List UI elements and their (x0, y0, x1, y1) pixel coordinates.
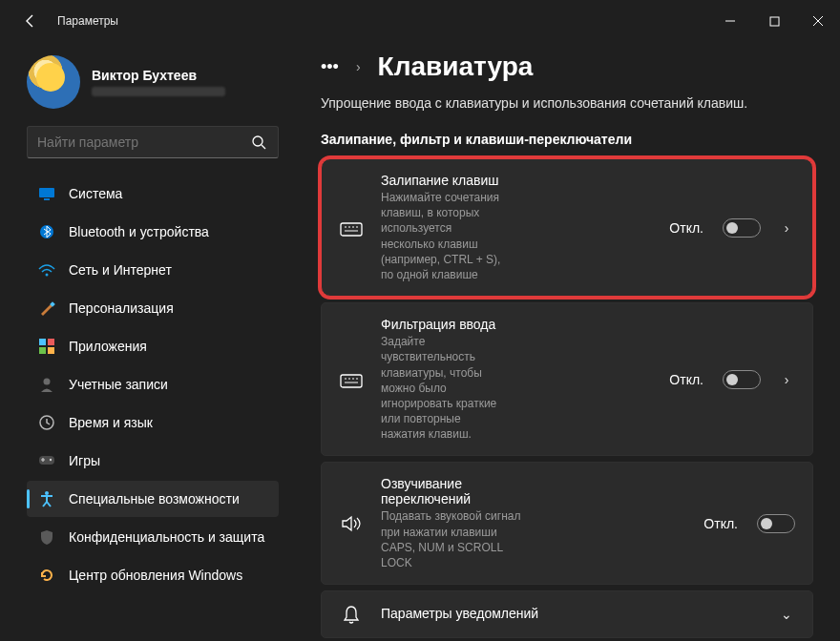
svg-rect-1 (770, 17, 779, 26)
nav-label: Игры (69, 453, 100, 468)
sticky-keys-toggle[interactable] (723, 218, 761, 238)
bluetooth-icon (38, 223, 55, 240)
sidebar-item-accounts[interactable]: Учетные записи (27, 366, 279, 403)
search-input[interactable] (37, 134, 251, 150)
svg-point-16 (50, 459, 52, 461)
svg-rect-18 (341, 223, 362, 236)
svg-rect-12 (48, 347, 54, 354)
nav-list: Система Bluetooth и устройства Сеть и Ин… (27, 176, 279, 593)
profile-name: Виктор Бухтеев (92, 68, 225, 83)
nav-label: Bluetooth и устройства (69, 224, 209, 239)
nav-label: Конфиденциальность и защита (69, 529, 264, 545)
svg-point-2 (253, 136, 262, 146)
card-desc: Подавать звуковой сигнал при нажатии кла… (381, 508, 525, 570)
svg-point-7 (46, 274, 49, 277)
toggle-state: Откл. (669, 220, 704, 236)
content: ••• › Клавиатура Упрощение ввода с клави… (288, 42, 840, 641)
keyboard-filter-icon (339, 371, 364, 388)
section-heading-sticky: Залипание, фильтр и клавиши-переключател… (321, 132, 813, 147)
accessibility-icon (38, 490, 55, 507)
filter-keys-toggle[interactable] (723, 370, 761, 389)
sidebar-item-privacy[interactable]: Конфиденциальность и защита (27, 519, 279, 555)
minimize-icon (724, 15, 736, 27)
chevron-right-icon: › (778, 220, 795, 236)
window-title: Параметры (57, 14, 118, 28)
maximize-icon (769, 16, 780, 27)
card-title: Залипание клавиш (381, 173, 508, 188)
maximize-button[interactable] (752, 0, 796, 42)
svg-rect-4 (39, 188, 54, 197)
toggle-keys-toggle[interactable] (757, 514, 795, 533)
page-title: Клавиатура (378, 52, 534, 82)
profile-button[interactable]: Виктор Бухтеев (27, 55, 279, 109)
card-title: Фильтрация ввода (381, 317, 508, 332)
update-icon (38, 567, 55, 584)
card-notifications[interactable]: Параметры уведомлений ⌄ (321, 590, 813, 638)
card-title: Озвучивание переключений (381, 476, 525, 507)
toggle-state: Откл. (704, 516, 738, 531)
minimize-button[interactable] (708, 0, 752, 42)
game-icon (38, 452, 55, 469)
keyboard-icon (339, 219, 364, 237)
breadcrumb-more[interactable]: ••• (321, 57, 339, 77)
nav-label: Персонализация (69, 300, 174, 316)
sidebar-item-bluetooth[interactable]: Bluetooth и устройства (27, 214, 279, 250)
nav-label: Сеть и Интернет (69, 262, 172, 278)
svg-point-17 (45, 491, 49, 495)
close-icon (812, 15, 824, 27)
chevron-down-icon: ⌄ (778, 607, 795, 622)
card-toggle-keys[interactable]: Озвучивание переключений Подавать звуков… (321, 462, 813, 585)
card-desc: Задайте чувствительность клавиатуры, что… (381, 334, 508, 442)
sidebar-item-network[interactable]: Сеть и Интернет (27, 252, 279, 288)
shield-icon (38, 528, 55, 546)
bell-icon (339, 605, 364, 624)
back-button[interactable] (15, 6, 46, 36)
close-button[interactable] (796, 0, 840, 42)
svg-rect-9 (39, 339, 46, 345)
card-filter-keys[interactable]: Фильтрация ввода Задайте чувствительност… (321, 302, 813, 456)
chevron-right-icon: › (356, 59, 361, 74)
sidebar-item-system[interactable]: Система (27, 176, 279, 212)
sidebar: Виктор Бухтеев Система Bluetooth и устро… (0, 42, 288, 641)
search-icon (251, 134, 268, 150)
svg-rect-10 (48, 339, 54, 345)
svg-line-3 (262, 145, 265, 149)
nav-label: Специальные возможности (69, 491, 240, 507)
sidebar-item-apps[interactable]: Приложения (27, 328, 279, 364)
titlebar: Параметры (0, 0, 840, 42)
toggle-state: Откл. (669, 372, 704, 387)
clock-icon (38, 414, 55, 431)
window-controls (708, 0, 840, 42)
wifi-icon (38, 261, 55, 279)
card-desc: Нажимайте сочетания клавиш, в которых ис… (381, 190, 508, 282)
sidebar-item-accessibility[interactable]: Специальные возможности (27, 481, 279, 517)
sidebar-item-time[interactable]: Время и язык (27, 404, 279, 441)
card-sticky-keys[interactable]: Залипание клавиш Нажимайте сочетания кла… (321, 158, 813, 297)
profile-email-redacted (92, 87, 225, 96)
nav-label: Центр обновления Windows (69, 568, 242, 583)
svg-point-13 (44, 379, 51, 385)
arrow-left-icon (23, 13, 38, 29)
page-subtitle: Упрощение ввода с клавиатуры и использов… (321, 95, 813, 111)
person-icon (38, 376, 55, 393)
sound-icon (339, 515, 364, 532)
svg-rect-19 (341, 375, 362, 387)
svg-rect-5 (44, 198, 50, 200)
apps-icon (38, 338, 55, 355)
nav-label: Система (69, 186, 122, 201)
avatar (27, 55, 80, 109)
sidebar-item-games[interactable]: Игры (27, 443, 279, 479)
sidebar-item-update[interactable]: Центр обновления Windows (27, 557, 279, 593)
svg-rect-11 (39, 347, 46, 354)
chevron-right-icon: › (778, 372, 795, 387)
brush-icon (38, 300, 55, 317)
nav-label: Приложения (69, 339, 147, 354)
nav-label: Время и язык (69, 415, 153, 430)
card-title: Параметры уведомлений (381, 606, 562, 621)
sidebar-item-personalization[interactable]: Персонализация (27, 290, 279, 326)
nav-label: Учетные записи (69, 377, 168, 392)
search-box[interactable] (27, 126, 279, 158)
breadcrumb: ••• › Клавиатура (321, 52, 813, 82)
monitor-icon (38, 185, 55, 202)
